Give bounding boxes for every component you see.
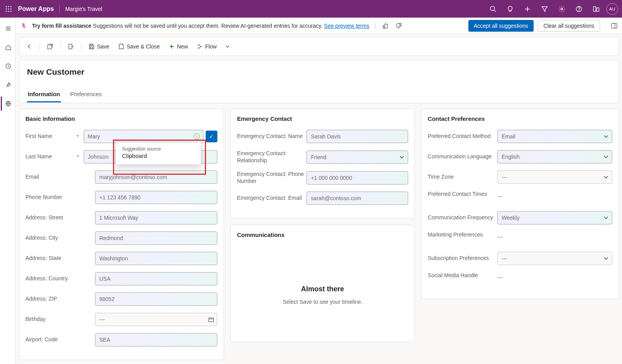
svg-point-7: [8, 11, 9, 12]
label-ec-phone: Emergency Contact: Phone Number: [237, 171, 307, 185]
chevron-down-icon: [603, 134, 609, 139]
environment-name[interactable]: Margie's Travel: [65, 6, 102, 12]
copilot-side-panel-icon[interactable]: [609, 21, 619, 30]
phone-input[interactable]: +1 123 456 7890: [95, 191, 217, 204]
timeline-empty-subtitle: Select Save to see your timeline.: [237, 299, 408, 305]
help-icon[interactable]: [570, 0, 588, 18]
label-email: Email: [25, 174, 95, 181]
ec-name-input[interactable]: Sarah Davis: [307, 130, 408, 143]
svg-rect-24: [383, 25, 384, 28]
svg-point-16: [579, 10, 579, 11]
label-phone: Phone Number: [25, 194, 95, 201]
section-title-prefs: Contact Preferences: [428, 115, 612, 122]
svg-rect-25: [400, 23, 401, 26]
save-button[interactable]: Save: [85, 41, 113, 52]
svg-point-2: [11, 6, 12, 7]
current-entity-icon[interactable]: [1, 97, 15, 111]
social-value[interactable]: ---: [497, 272, 503, 281]
user-avatar[interactable]: AU: [606, 3, 618, 15]
svg-rect-28: [69, 44, 72, 49]
home-icon[interactable]: [1, 40, 15, 54]
email-input[interactable]: maryjohnson@contoso.com: [95, 170, 217, 184]
thumbs-up-icon[interactable]: [381, 21, 390, 30]
popover-label: Suggestion source: [122, 146, 195, 152]
open-new-window-icon[interactable]: [44, 41, 56, 52]
svg-point-1: [8, 6, 9, 7]
org-icon[interactable]: [588, 0, 605, 18]
section-title-comm: Communications: [237, 231, 408, 238]
airport-input[interactable]: SEA: [95, 333, 217, 346]
svg-rect-18: [597, 8, 599, 11]
flow-button[interactable]: Flow: [194, 41, 220, 52]
search-icon[interactable]: [484, 0, 502, 18]
svg-point-0: [6, 6, 7, 7]
add-icon[interactable]: [519, 0, 536, 18]
svg-point-4: [8, 8, 9, 9]
tab-information[interactable]: Information: [27, 88, 61, 102]
suggestion-banner: Try form fill assistance Suggestions wil…: [16, 18, 622, 34]
lang-select[interactable]: English: [497, 150, 612, 163]
city-input[interactable]: Redmond: [95, 231, 217, 245]
label-zip: Address: ZIP: [25, 296, 95, 303]
app-title: Power Apps: [18, 5, 54, 13]
svg-rect-30: [90, 47, 93, 49]
ec-rel-select[interactable]: Friend: [307, 151, 408, 164]
tab-preferences[interactable]: Preferences: [70, 88, 103, 102]
app-launcher-icon[interactable]: [4, 4, 13, 14]
back-button[interactable]: [23, 41, 36, 52]
times-value[interactable]: ---: [497, 191, 503, 199]
birthday-input[interactable]: ---: [95, 313, 217, 326]
label-airport: Airport: Code: [25, 336, 95, 343]
section-communications: Communications Almost there Select Save …: [230, 225, 415, 342]
label-first-name: First Name: [25, 133, 77, 140]
svg-rect-29: [90, 44, 93, 46]
tz-select[interactable]: ---: [497, 170, 612, 184]
top-app-bar: Power Apps Margie's Travel AU: [0, 0, 622, 18]
lightbulb-icon[interactable]: [502, 0, 519, 18]
form-assist-icon[interactable]: [65, 41, 77, 52]
timeline-empty-title: Almost there: [237, 285, 408, 293]
new-button[interactable]: New: [165, 41, 191, 52]
street-input[interactable]: 1 Microsoft Way: [95, 211, 217, 224]
banner-text: Try form fill assistance Suggestions wil…: [32, 23, 369, 29]
accept-suggestion-firstname-button[interactable]: ✓: [206, 131, 217, 142]
chevron-down-icon: [603, 215, 609, 221]
label-country: Address: Country: [25, 275, 95, 282]
label-street: Address: Street: [25, 214, 95, 221]
country-input[interactable]: USA: [95, 272, 217, 285]
sub-select[interactable]: ---: [497, 252, 612, 265]
menu-toggle-icon[interactable]: [1, 22, 15, 36]
pinned-icon[interactable]: [1, 78, 15, 92]
freq-select[interactable]: Weekly: [497, 211, 612, 224]
svg-point-6: [6, 11, 7, 12]
accept-all-suggestions-button[interactable]: Accept all suggestions: [468, 20, 534, 32]
settings-icon[interactable]: [553, 0, 570, 18]
svg-rect-17: [593, 7, 596, 11]
svg-rect-33: [209, 318, 213, 322]
state-input[interactable]: Washington: [95, 252, 217, 265]
label-social: Social Media Handle: [428, 272, 497, 279]
section-title-basic: Basic Information: [25, 115, 217, 122]
section-contact-prefs: Contact Preferences Preferred Contact Me…: [421, 109, 619, 299]
recent-icon[interactable]: [1, 59, 15, 73]
suggestion-info-icon[interactable]: i: [194, 133, 200, 140]
thumbs-down-icon[interactable]: [394, 21, 403, 30]
page-title: New Customer: [27, 67, 611, 77]
chevron-down-icon: [399, 154, 405, 160]
section-emergency: Emergency Contact Emergency Contact: Nam…: [230, 109, 415, 219]
zip-input[interactable]: 98052: [95, 292, 217, 306]
svg-point-14: [561, 8, 563, 10]
ec-email-input[interactable]: sarah@contoso.com: [307, 192, 408, 205]
clear-all-suggestions-button[interactable]: Clear all suggestions: [538, 20, 600, 32]
mkt-value[interactable]: ---: [497, 231, 503, 240]
method-select[interactable]: Email: [497, 130, 612, 143]
svg-line-10: [494, 10, 496, 12]
divider: [59, 5, 60, 13]
filter-icon[interactable]: [536, 0, 553, 18]
first-name-input[interactable]: Maryi: [84, 130, 204, 143]
save-close-button[interactable]: Save & Close: [115, 41, 163, 52]
calendar-icon: [208, 317, 214, 322]
more-commands-chevron-icon[interactable]: [225, 44, 230, 49]
see-preview-terms-link[interactable]: See preview terms: [324, 23, 369, 29]
ec-phone-input[interactable]: +1 000 000 0000: [307, 171, 408, 185]
